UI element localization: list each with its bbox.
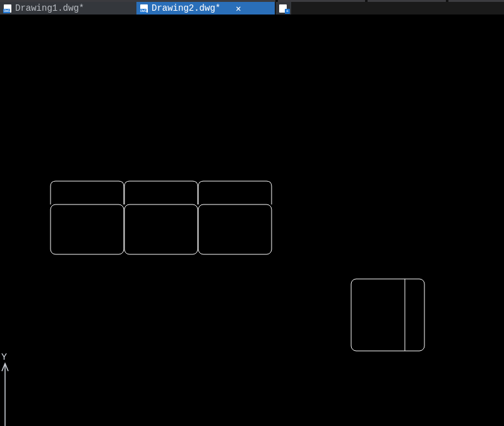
plus-icon: + [285, 9, 290, 14]
ucs-icon: Y X [0, 343, 82, 426]
ucs-y-label: Y [1, 352, 7, 363]
sofa-drawing [50, 180, 272, 255]
svg-rect-1 [124, 204, 198, 254]
svg-rect-3 [351, 279, 424, 351]
tab-label: Drawing2.dwg* [152, 3, 220, 13]
document-tab-strip: Drawing1.dwg* Drawing2.dwg* ✕ + [0, 2, 504, 15]
cabinet-drawing [351, 278, 425, 352]
svg-rect-0 [51, 204, 124, 254]
svg-rect-2 [198, 204, 272, 254]
new-file-icon: + [279, 4, 288, 13]
close-tab-icon[interactable]: ✕ [236, 3, 241, 14]
drawing-canvas[interactable]: Y X [0, 15, 504, 426]
dwg-file-icon [4, 4, 13, 13]
dwg-file-icon [140, 4, 149, 13]
tab-label: Drawing1.dwg* [15, 3, 84, 13]
new-tab-button[interactable]: + [275, 2, 291, 15]
tab-drawing2[interactable]: Drawing2.dwg* ✕ [136, 2, 275, 15]
tab-drawing1[interactable]: Drawing1.dwg* [0, 2, 136, 15]
